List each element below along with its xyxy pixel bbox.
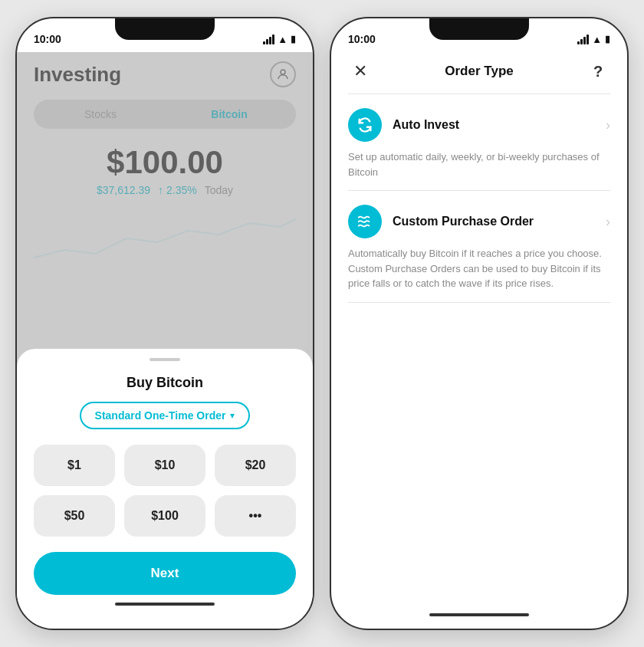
next-button[interactable]: Next	[34, 552, 296, 595]
amount-more[interactable]: •••	[215, 495, 296, 537]
order-type-button[interactable]: Standard One-Time Order ▾	[80, 402, 251, 429]
auto-invest-left: Auto Invest	[348, 108, 459, 142]
phone-investing: 10:00 ▲ ▮ Investing	[15, 17, 314, 630]
close-button[interactable]: ✕	[348, 61, 373, 81]
battery-icon-right: ▮	[605, 34, 610, 44]
auto-invest-chevron: ›	[606, 117, 610, 133]
order-type-caret: ▾	[230, 410, 235, 421]
custom-order-chevron: ›	[606, 214, 610, 230]
wifi-icon-right: ▲	[592, 34, 602, 45]
battery-icon: ▮	[291, 34, 296, 44]
phone2-content: ✕ Order Type ?	[331, 52, 627, 629]
amount-10[interactable]: $10	[124, 445, 205, 486]
amount-50[interactable]: $50	[34, 495, 115, 537]
custom-order-left: Custom Purchase Order	[348, 205, 534, 238]
help-button[interactable]: ?	[586, 63, 610, 80]
signal-icon-right	[577, 34, 589, 44]
auto-invest-desc: Set up automatic daily, weekly, or bi-we…	[348, 149, 610, 179]
notch	[115, 18, 215, 40]
auto-invest-option[interactable]: Auto Invest › Set up automatic daily, we…	[331, 94, 627, 190]
status-icons-right: ▲ ▮	[577, 34, 610, 45]
phones-container: 10:00 ▲ ▮ Investing	[15, 17, 629, 630]
signal-icon	[263, 34, 274, 44]
order-type-screen-title: Order Type	[445, 64, 513, 79]
amount-1[interactable]: $1	[34, 445, 115, 486]
auto-invest-row: Auto Invest ›	[348, 108, 610, 142]
phone1-content: Investing Stocks Bitcoin $100.00 $37,612…	[17, 52, 313, 629]
status-icons-left: ▲ ▮	[263, 34, 296, 45]
order-type-label: Standard One-Time Order	[95, 409, 226, 422]
sheet-title: Buy Bitcoin	[34, 375, 296, 391]
phone-order-type: 10:00 ▲ ▮ ✕ Order Type ?	[330, 17, 629, 630]
custom-order-option[interactable]: Custom Purchase Order › Automatically bu…	[331, 191, 627, 302]
bottom-sheet: Buy Bitcoin Standard One-Time Order ▾ $1…	[17, 349, 313, 629]
custom-order-row: Custom Purchase Order ›	[348, 205, 610, 238]
wifi-icon: ▲	[278, 34, 288, 45]
custom-order-name: Custom Purchase Order	[393, 215, 534, 228]
order-type-header: ✕ Order Type ?	[331, 52, 627, 94]
amount-grid: $1 $10 $20 $50 $100 •••	[34, 445, 296, 537]
sheet-handle	[150, 358, 180, 361]
time-right: 10:00	[348, 33, 376, 45]
amount-100[interactable]: $100	[124, 495, 205, 537]
custom-order-icon	[348, 205, 382, 238]
auto-invest-name: Auto Invest	[393, 118, 459, 132]
home-indicator-left	[115, 603, 215, 606]
notch-right	[429, 18, 529, 40]
home-indicator-right	[429, 613, 529, 616]
amount-20[interactable]: $20	[215, 445, 296, 486]
time-left: 10:00	[34, 33, 61, 45]
custom-order-desc: Automatically buy Bitcoin if it reaches …	[348, 246, 610, 291]
auto-invest-icon	[348, 108, 382, 142]
